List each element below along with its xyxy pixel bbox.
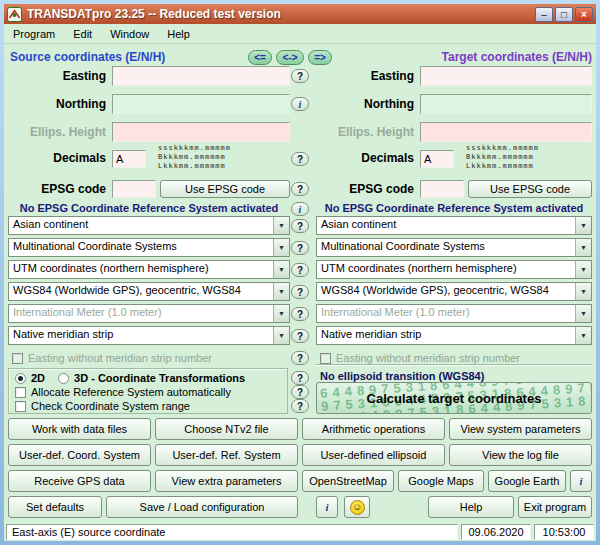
info-epsg-button[interactable]: i xyxy=(291,202,309,216)
window-title: TRANSDATpro 23.25 -- Reduced test versio… xyxy=(27,7,535,21)
target-decimals-input[interactable] xyxy=(420,150,454,168)
chevron-down-icon[interactable]: ▼ xyxy=(575,261,591,278)
exit-program-button[interactable]: Exit program xyxy=(518,496,592,518)
target-unit-dropdown: International Meter (1.0 meter) ▼ xyxy=(316,304,592,323)
source-format-line-3: Lkkkmm.mmmmmm xyxy=(158,162,231,171)
arithmetic-operations-button[interactable]: Arithmetic operations xyxy=(302,418,445,440)
source-coordinates-header: Source coordinates (E/N/H) xyxy=(10,50,165,64)
target-coordinate-system-dropdown[interactable]: UTM coordinates (northern hemisphere) ▼ xyxy=(316,260,592,279)
info-northing-button[interactable]: i xyxy=(291,97,309,111)
work-with-data-files-button[interactable]: Work with data files xyxy=(8,418,151,440)
info-maps-button[interactable]: i xyxy=(570,470,592,492)
radio-2d-icon[interactable] xyxy=(15,373,26,384)
chevron-down-icon[interactable]: ▼ xyxy=(273,327,289,344)
openstreetmap-button[interactable]: OpenStreetMap xyxy=(302,470,394,492)
view-log-file-button[interactable]: View the log file xyxy=(449,444,592,466)
help-easting-button[interactable]: ? xyxy=(291,69,309,83)
smiley-button[interactable]: ☺ xyxy=(344,496,370,518)
choose-ntv2-file-button[interactable]: Choose NTv2 file xyxy=(155,418,298,440)
save-load-configuration-button[interactable]: Save / Load configuration xyxy=(106,496,298,518)
source-epsg-input[interactable] xyxy=(112,180,156,198)
chevron-down-icon[interactable]: ▼ xyxy=(273,217,289,234)
radio-3d-label[interactable]: 3D - Coordinate Transformations xyxy=(74,372,245,384)
view-system-parameters-button[interactable]: View system parameters xyxy=(449,418,592,440)
allocate-reference-checkbox[interactable]: Allocate Reference System automatically xyxy=(15,386,231,398)
source-northing-input[interactable] xyxy=(112,94,290,114)
help-transformation-button[interactable]: ? xyxy=(291,371,309,385)
checkbox-icon[interactable] xyxy=(15,387,26,398)
chevron-down-icon[interactable]: ▼ xyxy=(575,283,591,300)
user-defined-ellipsoid-button[interactable]: User-defined ellipsoid xyxy=(302,444,445,466)
google-maps-button[interactable]: Google Maps xyxy=(398,470,484,492)
target-strip-number-checkbox: Easting without meridian strip number xyxy=(320,352,520,364)
target-continent-dropdown[interactable]: Asian continent ▼ xyxy=(316,216,592,235)
source-reference-system-dropdown[interactable]: WGS84 (Worldwide GPS), geocentric, WGS84… xyxy=(8,282,290,301)
check-range-checkbox[interactable]: Check Coordinate System range xyxy=(15,400,190,412)
status-time: 10:53:00 xyxy=(534,524,594,540)
receive-gps-data-button[interactable]: Receive GPS data xyxy=(8,470,151,492)
source-format-examples: ssskkkmm.mmmmm Bkkkmm.mmmmmm Lkkkmm.mmmm… xyxy=(158,144,231,171)
target-meridian-strip-dropdown[interactable]: Native meridian strip ▼ xyxy=(316,326,592,345)
checkbox-icon xyxy=(320,353,331,364)
help-button[interactable]: Help xyxy=(428,496,514,518)
chevron-down-icon[interactable]: ▼ xyxy=(273,239,289,256)
help-meridian-strip-button[interactable]: ? xyxy=(291,329,309,343)
close-button[interactable]: × xyxy=(575,7,593,22)
chevron-down-icon[interactable]: ▼ xyxy=(273,283,289,300)
source-strip-number-checkbox: Easting without meridian strip number xyxy=(12,352,212,364)
source-height-label: Ellips. Height xyxy=(8,122,106,142)
user-defined-coordinate-system-button[interactable]: User-def. Coord. System xyxy=(8,444,151,466)
source-easting-input[interactable] xyxy=(112,66,290,86)
help-country-button[interactable]: ? xyxy=(291,241,309,255)
title-bar[interactable]: TRANSDATpro 23.25 -- Reduced test versio… xyxy=(4,4,596,24)
calculate-button[interactable]: 8644897531864489753186448975318644897531… xyxy=(316,382,592,414)
info-general-button[interactable]: i xyxy=(316,496,338,518)
menu-window[interactable]: Window xyxy=(101,24,158,43)
radio-2d-label[interactable]: 2D xyxy=(31,372,45,384)
target-country-dropdown[interactable]: Multinational Coordinate Systems ▼ xyxy=(316,238,592,257)
source-use-epsg-button[interactable]: Use EPSG code xyxy=(160,180,290,198)
window-controls: – □ × xyxy=(535,7,593,22)
target-easting-input[interactable] xyxy=(420,66,592,86)
maximize-button[interactable]: □ xyxy=(555,7,573,22)
target-epsg-input[interactable] xyxy=(420,180,464,198)
menu-program[interactable]: Program xyxy=(4,24,64,43)
checkbox-icon[interactable] xyxy=(15,401,26,412)
source-country-dropdown[interactable]: Multinational Coordinate Systems ▼ xyxy=(8,238,290,257)
chevron-down-icon[interactable]: ▼ xyxy=(575,239,591,256)
help-decimals-button[interactable]: ? xyxy=(291,152,309,166)
target-height-input xyxy=(420,122,592,142)
target-use-epsg-button[interactable]: Use EPSG code xyxy=(468,180,592,198)
target-format-line-3: Lkkkmm.mmmmmm xyxy=(466,162,539,171)
help-epsg-button[interactable]: ? xyxy=(291,182,309,196)
ellipsoid-transition-note: No ellipsoid transition (WGS84) xyxy=(320,370,484,382)
radio-3d-icon[interactable] xyxy=(58,373,69,384)
google-earth-button[interactable]: Google Earth xyxy=(488,470,566,492)
source-decimals-input[interactable] xyxy=(112,150,146,168)
user-defined-reference-system-button[interactable]: User-def. Ref. System xyxy=(155,444,298,466)
menu-edit[interactable]: Edit xyxy=(64,24,101,43)
view-extra-parameters-button[interactable]: View extra parameters xyxy=(155,470,298,492)
app-icon xyxy=(7,7,22,22)
source-continent-dropdown[interactable]: Asian continent ▼ xyxy=(8,216,290,235)
minimize-button[interactable]: – xyxy=(535,7,553,22)
chevron-down-icon[interactable]: ▼ xyxy=(575,217,591,234)
chevron-down-icon[interactable]: ▼ xyxy=(273,261,289,278)
source-coordinate-system-dropdown[interactable]: UTM coordinates (northern hemisphere) ▼ xyxy=(8,260,290,279)
help-continent-button[interactable]: ? xyxy=(291,219,309,233)
help-reference-system-button[interactable]: ? xyxy=(291,285,309,299)
chevron-down-icon[interactable]: ▼ xyxy=(575,327,591,344)
source-meridian-strip-dropdown[interactable]: Native meridian strip ▼ xyxy=(8,326,290,345)
set-defaults-button[interactable]: Set defaults xyxy=(8,496,102,518)
target-reference-system-dropdown[interactable]: WGS84 (Worldwide GPS), geocentric, WGS84… xyxy=(316,282,592,301)
help-range-button[interactable]: ? xyxy=(291,399,309,413)
source-epsg-label: EPSG code xyxy=(8,179,106,199)
help-allocate-button[interactable]: ? xyxy=(291,385,309,399)
help-coordinate-system-button[interactable]: ? xyxy=(291,263,309,277)
status-bar: East-axis (E) source coordinate 09.06.20… xyxy=(4,523,596,541)
transformation-options-group: 2D 3D - Coordinate Transformations Alloc… xyxy=(8,368,288,414)
menu-help[interactable]: Help xyxy=(158,24,199,43)
help-strip-number-button[interactable]: ? xyxy=(291,351,309,365)
help-unit-button[interactable]: ? xyxy=(291,307,309,321)
target-northing-input[interactable] xyxy=(420,94,592,114)
